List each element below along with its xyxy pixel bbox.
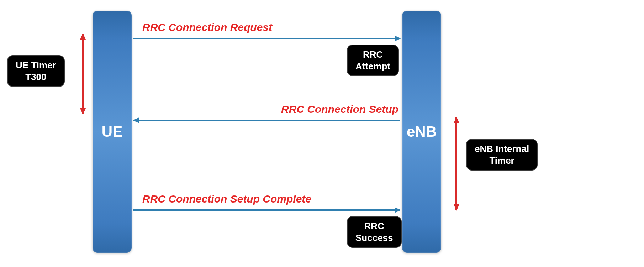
lifeline-ue-label: UE: [102, 123, 122, 140]
lifeline-enb: eNB: [402, 11, 441, 253]
ue-timer-arrow: [82, 34, 84, 114]
arrow-head-left-icon: [133, 117, 139, 123]
rrc-success-label: RRC Success: [347, 216, 402, 248]
arrow-head-down-icon: [80, 108, 86, 115]
msg-setup-arrow: [133, 120, 400, 121]
enb-timer-label: eNB Internal Timer: [466, 139, 538, 171]
arrow-head-up-icon: [80, 33, 86, 40]
ue-timer-label: UE Timer T300: [7, 55, 65, 87]
sequence-diagram: UE eNB UE Timer T300 eNB Internal Timer …: [0, 0, 644, 267]
arrow-head-down-icon: [454, 204, 459, 211]
msg-request-arrow: [133, 38, 400, 39]
rrc-attempt-label: RRC Attempt: [347, 44, 399, 76]
msg-setup-label: RRC Connection Setup: [281, 103, 398, 115]
lifeline-ue: UE: [93, 11, 132, 253]
msg-complete-arrow: [133, 209, 400, 211]
arrow-head-up-icon: [454, 117, 459, 123]
arrow-head-right-icon: [395, 207, 401, 213]
arrow-head-right-icon: [395, 36, 401, 41]
lifeline-enb-label: eNB: [407, 123, 437, 140]
msg-complete-label: RRC Connection Setup Complete: [142, 193, 311, 205]
enb-timer-arrow: [455, 117, 457, 210]
msg-request-label: RRC Connection Request: [142, 21, 272, 33]
